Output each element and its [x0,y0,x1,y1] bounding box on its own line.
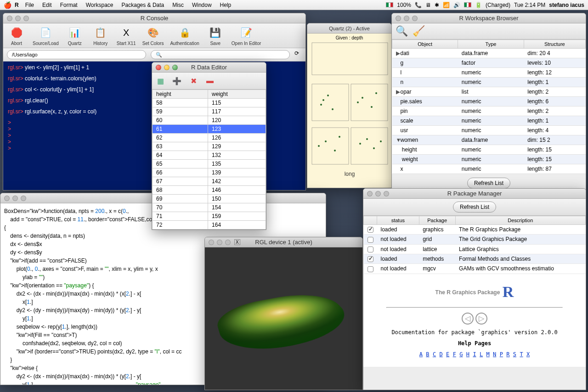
package-table[interactable]: statusPackageDescriptionloadedgraphicsTh… [363,216,586,274]
index-letter[interactable]: N [493,351,496,358]
bluetooth-icon[interactable]: ✱ [435,2,439,8]
table-row[interactable]: 58115 [153,99,266,107]
workspace-row[interactable]: heightnumericlength: 15 [392,145,586,155]
index-letter[interactable]: F [453,351,456,358]
window-controls[interactable] [209,240,231,245]
table-row[interactable]: 71159 [153,212,266,221]
package-row[interactable]: not loadedmgcvGAMs with GCV smoothness e… [364,264,586,274]
menu-format[interactable]: Format [60,2,78,8]
checkbox[interactable] [368,256,373,262]
menu-file[interactable]: File [25,2,34,8]
titlebar[interactable]: R Console [3,13,305,23]
menu-edit[interactable]: Edit [42,2,52,8]
phone-icon[interactable]: 📞 [415,2,422,8]
quartz-button[interactable]: 📊Quartz [65,25,85,46]
index-letter[interactable]: R [506,351,509,358]
clock[interactable]: Tue 2:14 PM [514,2,545,8]
index-letter[interactable]: X [526,351,530,358]
pkg-refresh-button[interactable]: Refresh List [453,202,496,213]
table-row[interactable]: 61123 [153,125,266,134]
col-header[interactable]: Type [458,40,524,49]
broom-icon[interactable]: 🧹 [413,25,425,37]
table-row[interactable]: 72164 [153,221,266,230]
nav-prev-icon[interactable]: ◁ [462,313,474,325]
flag-icon[interactable] [386,2,393,7]
open-in-editor-button[interactable]: 📝Open In Editor [232,25,261,46]
menu-workspace[interactable]: Workspace [86,2,113,8]
index-letter[interactable]: B [426,351,429,358]
workspace-row[interactable]: nnumericlength: 1 [392,78,586,87]
checkbox[interactable] [368,246,373,252]
workspace-row[interactable]: usrnumericlength: 4 [392,126,586,135]
window-controls[interactable] [367,191,389,196]
app-name[interactable]: R [15,2,19,8]
table-row[interactable]: 66139 [153,168,266,177]
package-row[interactable]: loadedgraphicsThe R Graphics Package [364,225,586,235]
table-row[interactable]: 63129 [153,142,266,151]
workspace-row[interactable]: ▼womendata.framedim: 15 2 [392,135,586,145]
table-row[interactable]: 64132 [153,151,266,160]
history-button[interactable]: 📋History [91,25,110,46]
authentication-button[interactable]: 🔒Authentication [170,25,199,46]
apple-menu-icon[interactable]: 🍎 [4,1,11,9]
display-icon[interactable]: 🖥 [425,2,431,8]
index-letter[interactable]: L [480,351,483,358]
table-row[interactable]: 62126 [153,134,266,142]
rgl-canvas[interactable] [205,247,362,390]
table-row[interactable]: 65135 [153,160,266,168]
index-letter[interactable]: A [419,351,423,358]
menu-packages[interactable]: Packages & Data [122,2,164,8]
index-letter[interactable]: G [459,351,463,358]
battery-icon[interactable]: 🔋 [475,2,482,8]
checkbox[interactable] [368,266,373,272]
window-controls[interactable] [7,16,29,21]
index-letter[interactable]: C [433,351,436,358]
table-row[interactable]: 67142 [153,177,266,186]
col-header[interactable]: Structure [524,40,585,49]
table-row[interactable]: 68146 [153,186,266,195]
index-letter[interactable]: P [500,351,503,358]
workspace-row[interactable]: xnumericlength: 87 [392,164,586,174]
workspace-row[interactable]: scalenumericlength: 1 [392,116,586,126]
workspace-row[interactable]: pinnumericlength: 2 [392,106,586,116]
package-row[interactable]: not loadedlatticeLattice Graphics [364,244,586,254]
titlebar[interactable]: R Package Manager [363,189,586,199]
checkbox[interactable] [368,237,373,243]
workspace-row[interactable]: ▶datidata.framedim: 20 4 [392,49,586,58]
titlebar[interactable]: R Data Editor [152,62,266,73]
save-button[interactable]: 💾Save [206,25,225,46]
titlebar[interactable]: X RGL device 1 (active) [205,237,362,247]
refresh-button[interactable]: Refresh List [467,178,510,189]
package-row[interactable]: loadedmethodsFormal Methods and Classes [364,254,586,263]
data-grid[interactable]: heightweight5811559117601206112362126631… [152,90,266,230]
col-header[interactable]: Description [455,216,585,225]
checkbox[interactable] [368,227,373,233]
flag2-icon[interactable] [464,2,471,7]
table-row[interactable]: 59117 [153,107,266,116]
col-header[interactable]: Package [419,216,455,225]
add-row-icon[interactable]: ➕ [170,74,183,87]
index-letter[interactable]: H [466,351,469,358]
col-header[interactable]: weight [208,90,266,99]
index-letter[interactable]: M [486,351,490,358]
wifi-icon[interactable]: 📶 [443,2,450,8]
username[interactable]: stefano iacus [549,2,584,8]
source-load-button[interactable]: 📄Source/Load [33,25,59,46]
nav-next-icon[interactable]: ▷ [475,313,487,325]
workspace-row[interactable]: pie.salesnumericlength: 6 [392,97,586,106]
index-letter[interactable]: I [473,351,476,358]
working-dir-input[interactable] [7,50,146,59]
titlebar[interactable]: R Workspace Browser [392,13,586,23]
col-header[interactable]: height [153,90,208,99]
menu-help[interactable]: Help [220,2,232,8]
add-col-icon[interactable]: ▦ [154,74,167,87]
remove-row-icon[interactable]: ✖ [187,74,200,87]
zoom-icon[interactable]: 🔍 [396,25,408,37]
search-input[interactable] [151,50,290,59]
volume-icon[interactable]: 🔊 [453,2,460,8]
index-letter[interactable]: S [513,351,516,358]
workspace-table[interactable]: ObjectTypeStructure▶datidata.framedim: 2… [392,39,586,174]
set-colors-button[interactable]: 🎨Set Colors [142,25,164,46]
workspace-row[interactable]: weightnumericlength: 15 [392,155,586,164]
titlebar[interactable]: Quartz (2) - Active [307,23,391,34]
